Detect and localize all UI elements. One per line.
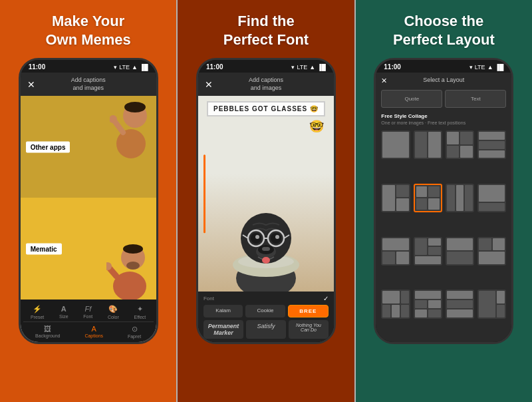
font-label: Font [203, 296, 214, 302]
layout-title: Select a Layout [423, 77, 464, 83]
color-icon[interactable]: 🎨 Color [108, 305, 119, 319]
header-title-1: Add captions and images [71, 77, 106, 92]
header-title-2: Add captions and images [249, 77, 283, 92]
quote-layout-box[interactable]: Quote [381, 90, 442, 108]
layout-cell-2-3[interactable] [446, 184, 474, 212]
app-header-2: ✕ Add captions and images [198, 73, 334, 96]
layout-cell-3-3[interactable] [446, 237, 474, 266]
pug-background: PEBBLES GOT GLASSES 🤓 🤓 [198, 96, 334, 292]
panel-memes: Make Your Own Memes 11:00 ▾ LTE ▲ ▐█ ✕ A… [0, 0, 176, 402]
meme-container: Other apps [21, 96, 156, 300]
font-permanent-marker[interactable]: PermanentMarker [203, 320, 243, 339]
signal-icon-2: ▲ [309, 64, 315, 71]
tab-fapret[interactable]: ⊙ Fapret [128, 325, 141, 339]
layout-cell-2-4[interactable] [477, 184, 506, 212]
font-options-row1: Kalam Cookie BREE [203, 305, 329, 317]
layout-quote-area: Quote Text [376, 86, 511, 112]
phone1: 11:00 ▾ LTE ▲ ▐█ ✕ Add captions and imag… [19, 58, 158, 344]
layout-cell-4-3[interactable] [446, 290, 474, 318]
drake-bottom-svg [106, 236, 153, 300]
panel-layout: Choose thePerfect Layout 11:00 ▾ LTE ▲ ▐… [356, 0, 532, 402]
drake-top-svg [110, 96, 153, 159]
toolbar-icons: ⚡ Preset A Size Ff Font 🎨 Color [23, 303, 154, 321]
font-kalam[interactable]: Kalam [203, 305, 243, 317]
svg-point-27 [265, 247, 270, 251]
phone3: 11:00 ▾ LTE ▲ ▐█ ✕ Select a Layout Quote… [374, 58, 513, 344]
wifi-icon-1: ▾ [114, 64, 117, 71]
time-3: 11:00 [384, 63, 401, 71]
svg-point-2 [124, 102, 146, 112]
layout-cell-1-2[interactable] [414, 130, 442, 159]
signal-icon-3: ▲ [487, 64, 493, 71]
text-layout-box[interactable]: Text [445, 90, 506, 108]
check-icon[interactable]: ✓ [323, 295, 329, 302]
svg-point-18 [275, 235, 279, 239]
tab-captions[interactable]: A Captions [84, 325, 103, 339]
font-selector[interactable]: Font ✓ Kalam Cookie BREE PermanentMarker [198, 292, 334, 342]
font-selector-header: Font ✓ [203, 295, 329, 302]
svg-point-17 [255, 235, 259, 239]
phone2: 11:00 ▾ LTE ▲ ▐█ ✕ Add captions and imag… [196, 58, 336, 344]
layout-cell-4-4[interactable] [477, 290, 506, 318]
font-bree[interactable]: BREE [288, 305, 329, 317]
layout-cell-3-4[interactable] [477, 237, 506, 266]
svg-point-7 [123, 244, 143, 254]
status-icons-3: ▾ LTE ▲ ▐█ [469, 64, 504, 71]
effect-icon[interactable]: ✦ Effect [134, 305, 146, 319]
battery-icon-1: ▐█ [140, 64, 148, 71]
meme-image-area: PEBBLES GOT GLASSES 🤓 🤓 [198, 96, 334, 292]
preset-icon[interactable]: ⚡ Preset [31, 305, 44, 319]
toolbar-tabs: 🖼 Background A Captions ⊙ Fapret [23, 321, 154, 342]
meme-content: Other apps [21, 96, 156, 342]
phone1-toolbar: ⚡ Preset A Size Ff Font 🎨 Color [21, 300, 156, 342]
layout-cell-1-3[interactable] [446, 130, 474, 159]
phone3-content: ✕ Select a Layout Quote Text Free Style … [376, 73, 511, 342]
left-border-indicator [203, 154, 205, 232]
phone2-content: PEBBLES GOT GLASSES 🤓 🤓 [198, 96, 334, 342]
status-bar-2: 11:00 ▾ LTE ▲ ▐█ [198, 60, 334, 73]
layout-cell-1-1[interactable] [381, 130, 410, 159]
pug-svg [219, 185, 313, 292]
status-icons-1: ▾ LTE ▲ ▐█ [114, 64, 148, 71]
meme-bottom-row: Mematic [21, 198, 156, 300]
layout-cell-3-2[interactable] [414, 237, 442, 266]
layout-cell-2-2[interactable] [414, 184, 442, 212]
close-btn-1[interactable]: ✕ [27, 79, 35, 90]
time-2: 11:00 [206, 63, 223, 71]
status-bar-3: 11:00 ▾ LTE ▲ ▐█ [376, 60, 511, 73]
meme-text-top: PEBBLES GOT GLASSES 🤓 [207, 101, 325, 116]
lte-icon-2: LTE [297, 64, 307, 71]
font-icon[interactable]: Ff Font [83, 305, 92, 319]
panel1-title: Make Your Own Memes [45, 12, 130, 49]
status-icons-2: ▾ LTE ▲ ▐█ [291, 64, 326, 71]
meme-top-row: Other apps [21, 96, 156, 198]
meme-label-top: Other apps [26, 141, 70, 152]
lte-icon-1: LTE [119, 64, 130, 71]
layout-cell-2-1[interactable] [381, 184, 410, 212]
panel-font: Find the Perfect Font 11:00 ▾ LTE ▲ ▐█ ✕… [178, 0, 354, 402]
tab-background[interactable]: 🖼 Background [35, 325, 60, 339]
layout-grid [376, 128, 511, 342]
font-satisfy[interactable]: Satisfy [246, 320, 286, 339]
wifi-icon-3: ▾ [469, 64, 473, 71]
layout-cell-4-2[interactable] [414, 290, 442, 318]
layout-close-btn[interactable]: ✕ [381, 77, 387, 85]
layout-cell-4-1[interactable] [381, 290, 410, 318]
svg-point-28 [262, 257, 270, 264]
layout-cell-3-1[interactable] [381, 237, 410, 266]
font-nothing[interactable]: Nothing YouCan Do [289, 320, 329, 339]
wifi-icon-2: ▾ [291, 64, 295, 71]
panel2-title: Find the Perfect Font [223, 12, 309, 49]
layout-cell-1-4[interactable] [477, 130, 506, 159]
panel3-title: Choose thePerfect Layout [393, 12, 495, 49]
close-btn-2[interactable]: ✕ [205, 79, 213, 90]
svg-point-8 [126, 262, 140, 270]
font-cookie[interactable]: Cookie [245, 305, 285, 317]
meme-label-bottom: Mematic [26, 243, 62, 254]
size-icon[interactable]: A Size [59, 305, 68, 319]
battery-icon-2: ▐█ [317, 64, 326, 71]
app-header-1: ✕ Add captions and images [21, 73, 156, 96]
freestyle-label: Free Style Collage [376, 112, 511, 120]
signal-icon-1: ▲ [132, 64, 138, 71]
emoji-glasses: 🤓 [309, 119, 324, 134]
